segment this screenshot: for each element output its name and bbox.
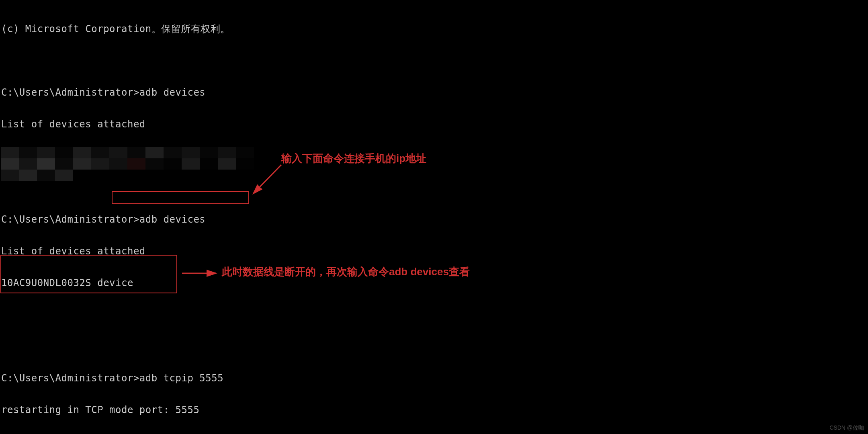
output-line: List of devices attached [1,246,867,256]
prompt-line: C:\Users\Administrator>adb tcpip 5555 [1,373,867,383]
output-line: 10AC9U0NDL0032S device [1,278,867,288]
output-line: restarting in TCP mode port: 5555 [1,405,867,415]
annotation-text-2: 此时数据线是断开的，再次输入命令adb devices查看 [222,266,470,278]
annotation-text-1: 输入下面命令连接手机的ip地址 [281,153,426,164]
output-line: List of devices attached [1,119,867,129]
terminal-output[interactable]: (c) Microsoft Corporation。保留所有权利。 C:\Use… [1,2,867,434]
watermark-text: CSDN @佐咖 [829,425,864,431]
prompt-line: C:\Users\Administrator>adb devices [1,87,867,98]
prompt-line: C:\Users\Administrator>adb devices [1,214,867,225]
redacted-pixelated-region [1,147,258,182]
copyright-line: (c) Microsoft Corporation。保留所有权利。 [1,24,867,34]
